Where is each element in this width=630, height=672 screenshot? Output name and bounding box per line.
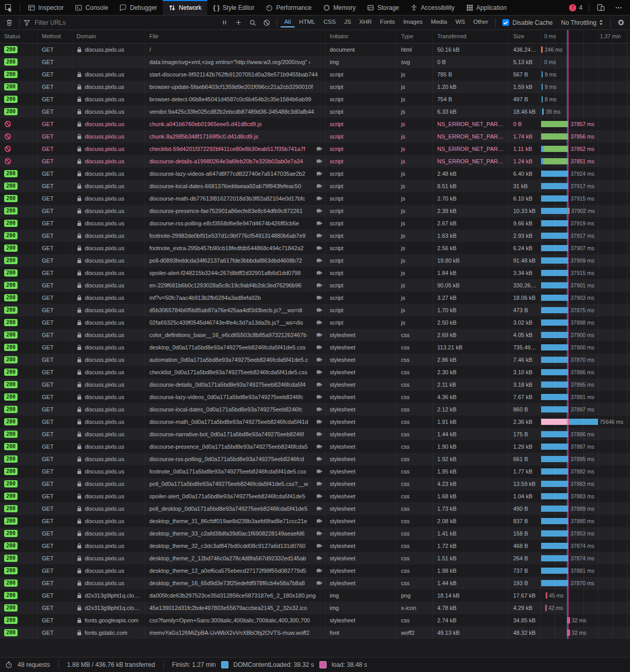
table-row[interactable]: 200GETdiscuss.pixls.usdiscourse-rss-poll… (0, 453, 630, 465)
table-row[interactable]: 200GETdiscuss.pixls.us/documenthtml50.16… (0, 43, 630, 56)
table-row[interactable]: 200GETfonts.gstatic.commemvYaGs126MiZpBA… (0, 627, 630, 639)
tab-console[interactable]: Console (69, 0, 114, 15)
block-request-button[interactable] (260, 17, 273, 28)
table-row[interactable]: 200GETdiscuss.pixls.usdiscourse-presence… (0, 440, 630, 453)
devtools-menu-button[interactable] (610, 0, 627, 15)
tab-accessibility[interactable]: Accessibility (405, 0, 460, 15)
table-row[interactable]: 200GETdiscuss.pixls.uschecklist_0d0a171a… (0, 366, 630, 378)
table-row[interactable]: 200GETdiscuss.pixls.uspoll_0d0a171a5bd8e… (0, 478, 630, 490)
filter-fonts[interactable]: Fonts (376, 18, 398, 27)
table-row[interactable]: 200GETdata:image/svg+xml,<svg xmlns="htt… (0, 56, 630, 68)
table-row[interactable]: 200GETdiscuss.pixls.uscolor_definitions_… (0, 329, 630, 341)
table-row[interactable]: GETdiscuss.pixls.uschecklist-59d4201f372… (0, 143, 630, 155)
waterfall-time-label: 37856 ms (571, 130, 594, 143)
pick-element-button[interactable] (0, 0, 18, 15)
filter-urls-input[interactable] (34, 19, 217, 27)
tab-storage[interactable]: Storage (361, 0, 405, 15)
cell-waterfall: 37881 ms (541, 564, 630, 577)
pause-recording-button[interactable] (219, 17, 231, 28)
column-header-status[interactable]: Status (0, 30, 37, 43)
table-row[interactable]: 200GETdiscuss.pixls.usdiscourse-lazy-vid… (0, 391, 630, 403)
cell-file: discourse-lazy-videos-a647d8f77cd822740e… (145, 167, 325, 180)
table-row[interactable]: 200GETd2x313g9lpht1q.clo…da005fcde63b297… (0, 589, 630, 602)
column-header-timeline[interactable]: 0 ms 1.37 min (541, 30, 630, 43)
cell-initiator: stylesheet (325, 465, 396, 478)
column-header-size[interactable]: Size (509, 30, 541, 43)
column-header-method[interactable]: Method (37, 30, 72, 43)
tab-debugger[interactable]: Debugger (114, 0, 163, 15)
table-row[interactable]: 200GETdiscuss.pixls.usvendor.9a425c33fe0… (0, 105, 630, 118)
responsive-design-mode-button[interactable] (592, 0, 609, 15)
filter-media[interactable]: Media (427, 18, 451, 27)
search-button[interactable] (247, 17, 259, 28)
table-row[interactable]: 200GETdiscuss.pixls.usbrowser-detect-06b… (0, 93, 630, 105)
table-row[interactable]: 200GETdiscuss.pixls.usautomation_0d0a171… (0, 354, 630, 366)
lock-icon (76, 282, 82, 288)
table-row[interactable]: 200GETdiscuss.pixls.uspoll-d0893feddcda3… (0, 254, 630, 267)
table-row[interactable]: 200GETdiscuss.pixls.usbrowser-update-5fa… (0, 81, 630, 93)
column-header-domain[interactable]: Domain (72, 30, 145, 43)
tab-application[interactable]: Application (460, 0, 513, 15)
tab-memory[interactable]: Memory (317, 0, 361, 15)
column-header-initiator[interactable]: Initiator (325, 30, 396, 43)
filter-ws[interactable]: WS (452, 18, 469, 27)
table-row[interactable]: 200GETdiscuss.pixls.usdiscourse-details_… (0, 378, 630, 391)
tab-network[interactable]: Network (163, 0, 207, 15)
filter-js[interactable]: JS (341, 18, 355, 27)
throttling-select[interactable]: No Throttling (558, 19, 607, 26)
table-row[interactable]: 200GETdiscuss.pixls.usdesktop_0d0a171a5b… (0, 341, 630, 354)
table-row[interactable]: 200GETdiscuss.pixls.usdesktop_theme_32_c… (0, 540, 630, 552)
table-row[interactable]: GETdiscuss.pixls.uschunk.a041b6760eb0196… (0, 118, 630, 130)
table-row[interactable]: 200GETdiscuss.pixls.usdiscourse-narrativ… (0, 428, 630, 440)
table-row[interactable]: 200GETdiscuss.pixls.usd5b3065784b6f5b85a… (0, 304, 630, 316)
table-row[interactable]: 200GETdiscuss.pixls.usdiscourse-lazy-vid… (0, 167, 630, 180)
table-row[interactable]: 200GETdiscuss.pixls.usdiscourse-local-da… (0, 403, 630, 416)
tab-inspector[interactable]: Inspector (22, 0, 69, 15)
table-row[interactable]: 200GETdiscuss.pixls.usfootnote_0d0a171a5… (0, 465, 630, 478)
table-row[interactable]: 200GETdiscuss.pixls.usdiscourse-local-da… (0, 180, 630, 192)
table-row[interactable]: 200GETdiscuss.pixls.usen-229f681b6b0c129… (0, 279, 630, 292)
filter-css[interactable]: CSS (320, 18, 340, 27)
table-row[interactable]: 200GETdiscuss.pixls.usspoiler-alert-f248… (0, 267, 630, 279)
filter-all[interactable]: All (281, 18, 295, 27)
cell-method: GET (37, 329, 72, 341)
cell-waterfall: 37853 ms (541, 527, 630, 540)
table-row[interactable]: 200GETfonts.googleapis.comcss?family=Ope… (0, 614, 630, 627)
table-row[interactable]: GETdiscuss.pixls.usdiscourse-details-a19… (0, 155, 630, 167)
column-header-type[interactable]: Type (396, 30, 433, 43)
table-row[interactable]: 200GETdiscuss.pixls.usdesktop_theme_12_a… (0, 564, 630, 577)
table-row[interactable]: 200GETdiscuss.pixls.usdesktop_theme_16_6… (0, 577, 630, 589)
cell-waterfall: 37900 ms (541, 329, 630, 341)
tab-performance[interactable]: Performance (260, 0, 317, 15)
filter-other[interactable]: Other (470, 18, 492, 27)
new-request-button[interactable] (233, 17, 245, 28)
table-row[interactable]: 200GETdiscuss.pixls.usdesktop_theme_33_c… (0, 527, 630, 540)
table-row[interactable]: 200GETdiscuss.pixls.uspoll_desktop_0d0a1… (0, 502, 630, 515)
filter-xhr[interactable]: XHR (356, 18, 375, 27)
table-row[interactable]: 200GETdiscuss.pixls.usdiscourse-presence… (0, 205, 630, 217)
table-row[interactable]: 200GETdiscuss.pixls.usdesktop_theme_31_8… (0, 515, 630, 527)
table-row[interactable]: 200GETdiscuss.pixls.usdesktop_theme_2_12… (0, 552, 630, 564)
filter-html[interactable]: HTML (296, 18, 319, 27)
column-header-transferred[interactable]: Transferred (433, 30, 509, 43)
table-row[interactable]: 200GETdiscuss.pixls.usfootnote-29982de0b… (0, 230, 630, 242)
table-row[interactable]: 200GETdiscuss.pixls.usstart-discourse-9f… (0, 68, 630, 81)
error-count-badge[interactable]: ! 4 (566, 4, 586, 11)
tab-style-editor[interactable]: { }Style Editor (207, 0, 260, 15)
clear-requests-button[interactable] (3, 17, 16, 28)
table-row[interactable]: 200GETdiscuss.pixls.usmf?v=50fc7aac4b913… (0, 292, 630, 304)
disable-cache-checkbox[interactable]: Disable Cache (499, 19, 556, 26)
table-row[interactable]: 200GETdiscuss.pixls.usdiscourse-math_0d0… (0, 416, 630, 428)
table-row[interactable]: 200GETdiscuss.pixls.usfootnote_extra-295… (0, 242, 630, 254)
table-row[interactable]: 200GETdiscuss.pixls.usdiscourse-math-db7… (0, 192, 630, 205)
table-row[interactable]: 200GETdiscuss.pixls.us02fa69325c439f0545… (0, 316, 630, 329)
column-header-file[interactable]: File (145, 30, 325, 43)
filter-images[interactable]: Images (399, 18, 426, 27)
network-settings-button[interactable] (614, 17, 627, 28)
table-row[interactable]: 200GETdiscuss.pixls.usdiscourse-rss-poll… (0, 217, 630, 230)
cell-size: 0 B (509, 118, 541, 130)
table-row[interactable]: 200GETdiscuss.pixls.usspoiler-alert_0d0a… (0, 490, 630, 502)
table-row[interactable]: GETdiscuss.pixls.uschunk.8a2985b348f1716… (0, 130, 630, 143)
waterfall-time-label: 37903 ms (571, 292, 594, 304)
table-row[interactable]: 200GETd2x313g9lpht1q.clo…45e139012d31fc2… (0, 602, 630, 614)
